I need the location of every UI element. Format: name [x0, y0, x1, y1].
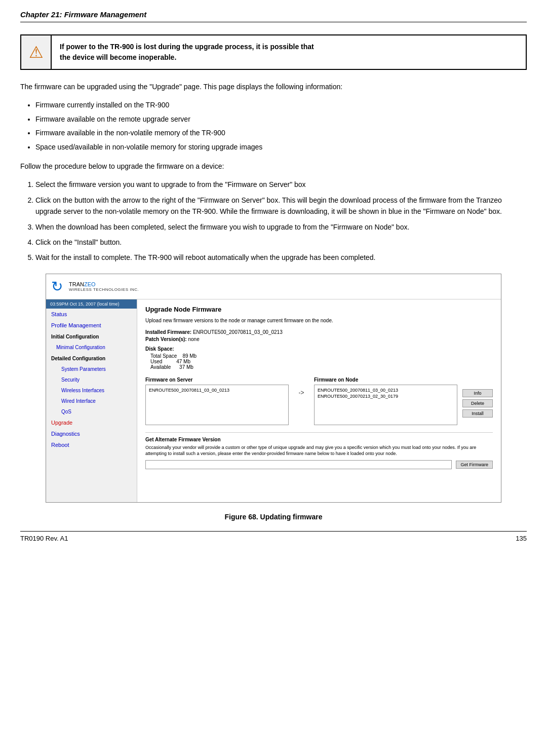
alt-firmware-desc: Occasionally your vendor will provide a … — [145, 444, 493, 457]
steps-list: Select the firmware version you want to … — [35, 179, 527, 263]
alt-firmware-row: Get Firmware — [145, 460, 493, 469]
logo-tran: TRAN — [69, 281, 84, 287]
router-body: 03:59PM Oct 15, 2007 (local time) Status… — [46, 299, 501, 502]
install-button[interactable]: Install — [462, 409, 493, 418]
alt-firmware-title: Get Alternate Firmware Version — [145, 437, 493, 442]
firmware-server-box: Firmware on Server ENROUTE500_20070811_0… — [145, 377, 289, 425]
warning-icon-area: ⚠ — [21, 35, 52, 69]
warning-icon: ⚠ — [29, 43, 44, 62]
list-item: Firmware currently installed on the TR-9… — [35, 99, 527, 110]
router-screenshot: ↻ TRANZEO WIRELESS TECHNOLOGIES INC. 03:… — [46, 274, 501, 503]
sidebar-item-initial-config: Initial Configuration — [46, 331, 137, 342]
chapter-header: Chapter 21: Firmware Management — [20, 10, 527, 22]
firmware-node-item-2[interactable]: ENROUTE500_20070213_02_30_0179 — [317, 393, 455, 399]
firmware-node-item-1[interactable]: ENROUTE500_20070811_03_00_0213 — [317, 387, 455, 393]
step-1: Select the firmware version you want to … — [35, 179, 527, 190]
step-5: Wait for the install to complete. The TR… — [35, 252, 527, 263]
chapter-title: Chapter 21: Firmware Management — [20, 10, 146, 19]
procedure-intro: Follow the procedure below to upgrade th… — [20, 161, 527, 172]
firmware-node-list[interactable]: ENROUTE500_20070811_03_00_0213 ENROUTE50… — [314, 385, 457, 425]
disk-space-title: Disk Space: — [145, 346, 493, 352]
disk-available-row: Available 37 Mb — [145, 364, 493, 370]
alt-firmware-section: Get Alternate Firmware Version Occasiona… — [145, 432, 493, 469]
figure-caption: Figure 68. Updating firmware — [20, 513, 527, 521]
warning-text: If power to the TR-900 is lost during th… — [52, 35, 322, 69]
firmware-node-box: Firmware on Node ENROUTE500_20070811_03_… — [314, 377, 457, 425]
installed-label: Installed Firmware: — [145, 329, 191, 335]
warning-box: ⚠ If power to the TR-900 is lost during … — [20, 34, 527, 70]
sidebar-item-status[interactable]: Status — [46, 309, 137, 320]
list-item: Firmware available on the remote upgrade… — [35, 114, 527, 125]
main-content-area: Upgrade Node Firmware Upload new firmwar… — [137, 299, 501, 502]
get-firmware-button[interactable]: Get Firmware — [456, 461, 493, 469]
firmware-action-buttons: Info Delete Install — [462, 377, 493, 418]
sidebar-item-wireless-interfaces[interactable]: Wireless Interfaces — [46, 385, 137, 396]
disk-used-label: Used — [150, 359, 162, 364]
sidebar-item-system-parameters[interactable]: System Parameters — [46, 364, 137, 374]
sidebar-datetime: 03:59PM Oct 15, 2007 (local time) — [46, 299, 137, 309]
sidebar-item-qos[interactable]: QoS — [46, 406, 137, 417]
warning-line2: the device will become inoperable. — [60, 53, 176, 61]
sidebar-item-upgrade[interactable]: Upgrade — [46, 417, 137, 428]
disk-space-section: Disk Space: Total Space 89 Mb Used 47 Mb… — [145, 346, 493, 370]
logo-zeo: ZEO — [84, 281, 96, 287]
list-item: Space used/available in non-volatile mem… — [35, 141, 527, 153]
feature-list: Firmware currently installed on the TR-9… — [35, 99, 527, 153]
router-header: ↻ TRANZEO WIRELESS TECHNOLOGIES INC. — [46, 274, 501, 299]
alt-firmware-input[interactable] — [145, 460, 452, 469]
logo-subtitle: WIRELESS TECHNOLOGIES INC. — [69, 287, 139, 292]
list-item: Firmware available in the non-volatile m… — [35, 127, 527, 138]
firmware-section: Firmware on Server ENROUTE500_20070811_0… — [145, 377, 493, 425]
patch-version-line: Patch Version(s): none — [145, 336, 493, 342]
disk-total-value: 89 Mb — [182, 353, 197, 359]
page-footer: TR0190 Rev. A1 135 — [20, 531, 527, 542]
patch-value: none — [188, 336, 199, 342]
firmware-arrow[interactable]: -> — [294, 377, 309, 396]
info-button[interactable]: Info — [462, 389, 493, 397]
installed-value: ENROUTE500_20070811_03_00_0213 — [193, 329, 283, 335]
patch-label: Patch Version(s): — [145, 336, 187, 342]
disk-total-label: Total Space — [150, 353, 177, 359]
sidebar-item-minimal-config[interactable]: Minimal Configuration — [46, 342, 137, 353]
sidebar-item-security[interactable]: Security — [46, 374, 137, 385]
disk-used-value: 47 Mb — [176, 359, 190, 364]
disk-available-label: Available — [150, 364, 171, 370]
main-desc: Upload new firmware versions to the node… — [145, 317, 493, 324]
firmware-server-list[interactable]: ENROUTE500_20070811_03_00_0213 — [145, 385, 289, 425]
step-2: Click on the button with the arrow to th… — [35, 195, 527, 217]
router-logo-icon: ↻ — [51, 278, 63, 295]
intro-paragraph: The firmware can be upgraded using the "… — [20, 81, 527, 92]
firmware-server-item[interactable]: ENROUTE500_20070811_03_00_0213 — [148, 387, 286, 393]
disk-available-value: 37 Mb — [179, 364, 193, 370]
sidebar-item-detailed-config: Detailed Configuration — [46, 353, 137, 364]
sidebar-item-diagnostics[interactable]: Diagnostics — [46, 428, 137, 439]
disk-total-row: Total Space 89 Mb — [145, 353, 493, 359]
logo-brand: TRANZEO — [69, 281, 96, 287]
main-title: Upgrade Node Firmware — [145, 306, 493, 313]
warning-line1: If power to the TR-900 is lost during th… — [60, 43, 314, 51]
sidebar-item-profile-management[interactable]: Profile Management — [46, 320, 137, 331]
delete-button[interactable]: Delete — [462, 399, 493, 407]
step-3: When the download has been completed, se… — [35, 221, 527, 233]
router-logo: TRANZEO WIRELESS TECHNOLOGIES INC. — [69, 281, 139, 292]
firmware-server-title: Firmware on Server — [145, 377, 289, 383]
step-4: Click on the "Install" button. — [35, 237, 527, 248]
footer-left: TR0190 Rev. A1 — [20, 535, 68, 542]
footer-right: 135 — [516, 535, 527, 542]
sidebar-item-reboot[interactable]: Reboot — [46, 439, 137, 450]
sidebar-item-wired-interface[interactable]: Wired Interface — [46, 396, 137, 406]
firmware-node-title: Firmware on Node — [314, 377, 457, 383]
installed-firmware-line: Installed Firmware: ENROUTE500_20070811_… — [145, 329, 493, 335]
disk-used-row: Used 47 Mb — [145, 359, 493, 364]
sidebar: 03:59PM Oct 15, 2007 (local time) Status… — [46, 299, 137, 502]
